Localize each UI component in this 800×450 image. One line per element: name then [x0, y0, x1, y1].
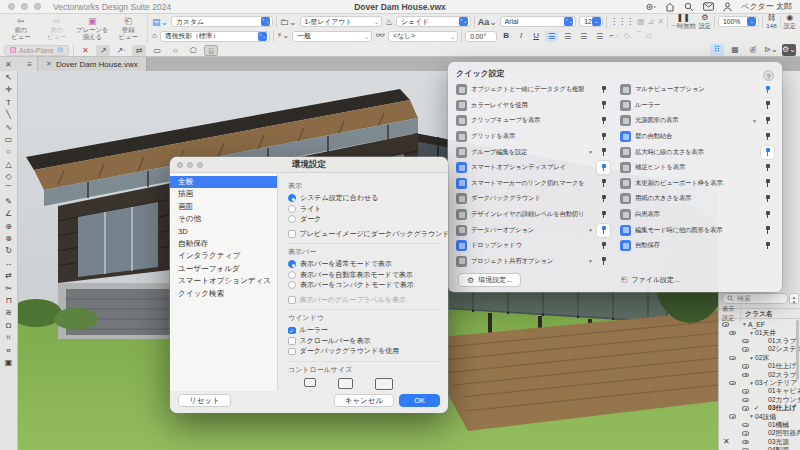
mirror-tool[interactable]: ↔: [2, 258, 16, 270]
category-item[interactable]: 画面: [170, 201, 277, 213]
mail-icon[interactable]: [703, 2, 714, 11]
class-remove-button[interactable]: ✕: [723, 437, 730, 446]
link-count-indicator[interactable]: ⛓148: [766, 14, 776, 29]
previous-view-button[interactable]: ⇦ 前の ビュー: [4, 16, 38, 40]
user-name[interactable]: ベクター 太郎: [741, 1, 792, 12]
quick-settings-button[interactable]: ⚙⌄: [782, 44, 796, 56]
projection-icon[interactable]: ⌂: [152, 30, 157, 42]
disclosure-triangle-icon[interactable]: ▼: [748, 380, 755, 386]
rectangle-tool[interactable]: ▭: [2, 134, 16, 146]
pin-button[interactable]: [761, 146, 774, 159]
align-left-button[interactable]: ☰: [545, 31, 558, 42]
multi-pane-icon[interactable]: ⠿: [710, 44, 724, 56]
quick-setting-row[interactable]: スマートマーカーのリンク切れマークを表示 ▼: [456, 176, 610, 192]
disable-snap-mode-icon[interactable]: ✕: [78, 45, 92, 56]
quick-setting-row[interactable]: ダークバックグラウンド ▼: [456, 191, 610, 207]
visibility-eye-icon[interactable]: [739, 346, 752, 353]
category-item[interactable]: ユーザーフォルダ: [170, 263, 277, 275]
render-settings-button[interactable]: ◉設定: [784, 14, 796, 29]
file-settings-button[interactable]: ⎗ ファイル設定...: [613, 273, 688, 287]
scroll-stepper[interactable]: ▲▼: [789, 293, 799, 304]
offset-tool[interactable]: ⊓: [2, 295, 16, 307]
visibility-eye-icon[interactable]: [726, 379, 739, 386]
pin-button[interactable]: [761, 161, 774, 174]
reset-button[interactable]: リセット: [178, 394, 231, 407]
pin-button[interactable]: [597, 208, 610, 221]
ok-button[interactable]: OK: [399, 394, 440, 407]
bold-button[interactable]: B: [500, 31, 512, 42]
pin-button[interactable]: [597, 130, 610, 143]
home-icon[interactable]: [665, 2, 675, 12]
category-item[interactable]: 3D: [170, 226, 277, 238]
quick-setting-row[interactable]: スマートオプションディスプレイ ▼: [456, 160, 610, 176]
chevron-down-icon[interactable]: ▼: [588, 227, 593, 233]
symbol-tool[interactable]: ¤: [2, 345, 16, 357]
cancel-button[interactable]: キャンセル: [334, 394, 394, 407]
category-item[interactable]: クイック検索: [170, 288, 277, 300]
snap-off-icon[interactable]: ✕: [657, 16, 664, 28]
tab-close-icon[interactable]: ✕: [46, 60, 52, 68]
slash-mode-icon[interactable]: ⁄.: [617, 30, 621, 42]
pin-button[interactable]: [597, 224, 610, 237]
gear-menu-icon[interactable]: [645, 2, 656, 12]
constrain-icon[interactable]: ▦: [637, 16, 645, 28]
class-filter-select[interactable]: <なし>⌄: [388, 31, 458, 42]
pin-button[interactable]: [597, 161, 610, 174]
text-tool[interactable]: T: [2, 97, 16, 109]
quick-setting-row[interactable]: 壁の自動結合 ▼: [620, 129, 774, 145]
visibility-eye-icon[interactable]: [739, 388, 752, 395]
italic-button[interactable]: I: [515, 31, 527, 42]
category-item[interactable]: インタラクティブ: [170, 250, 277, 262]
line-style-icon[interactable]: ⚡⌄: [277, 30, 289, 42]
pane-layout-icon[interactable]: ▦: [728, 44, 742, 56]
pin-button[interactable]: [761, 83, 774, 96]
triangle-tool[interactable]: △: [2, 159, 16, 171]
quick-setting-row[interactable]: ルーラー ▼: [620, 98, 774, 114]
freehand-tool[interactable]: ∿: [2, 122, 16, 134]
visibility-eye-icon[interactable]: [739, 363, 752, 370]
class-search-field[interactable]: 検索: [722, 293, 788, 304]
document-tab[interactable]: ✕ Dover Dam House.vwx: [38, 57, 147, 71]
visibility-eye-icon[interactable]: [739, 337, 752, 344]
quick-setting-row[interactable]: 用紙の大きさを表示 ▼: [620, 191, 774, 207]
disclosure-triangle-icon[interactable]: ▼: [748, 413, 755, 419]
quick-setting-row[interactable]: 自動保存 ▼: [620, 238, 774, 254]
render-style-icon[interactable]: ♨: [385, 16, 393, 28]
quick-setting-row[interactable]: グループ編集を設定 ▼: [456, 144, 610, 160]
pin-button[interactable]: [597, 146, 610, 159]
lasso-mode-icon[interactable]: ○: [168, 45, 182, 56]
projection-select[interactable]: 透視投影（標準）⌃⌄: [160, 31, 270, 42]
visibility-eye-icon[interactable]: [739, 371, 752, 378]
chevron-down-icon[interactable]: ▼: [588, 149, 593, 155]
category-item[interactable]: その他: [170, 213, 277, 225]
pin-button[interactable]: [761, 239, 774, 252]
option-row[interactable]: 表示バーをコンパクトモードで表示: [288, 280, 440, 291]
option-row[interactable]: ルーラー: [288, 325, 440, 336]
pin-button[interactable]: [761, 224, 774, 237]
visibility-eye-icon[interactable]: [726, 354, 739, 361]
move-mode-icon[interactable]: ⇄: [132, 45, 146, 56]
grid-tool[interactable]: ⌗: [2, 332, 16, 344]
auto-plane-toggle[interactable]: Auto-Plane▤: [4, 45, 69, 56]
option-row[interactable]: スクロールバーを表示: [288, 336, 440, 347]
pin-button[interactable]: [597, 83, 610, 96]
circle-tool[interactable]: ○: [2, 146, 16, 158]
layout-select[interactable]: 1-壁レイアウト⌄: [300, 16, 382, 27]
text-style-icon[interactable]: Aa⌄: [478, 16, 497, 28]
pin-button[interactable]: [761, 99, 774, 112]
align-plane-button[interactable]: ▣ プレーンを 揃える: [76, 16, 110, 40]
quick-setting-row[interactable]: オブジェクトと一緒にデータタグも複製 ▼: [456, 82, 610, 98]
visibility-eye-icon[interactable]: [726, 413, 739, 420]
category-item[interactable]: 描画: [170, 188, 277, 200]
option-row[interactable]: 表示バーを自動非表示モードで表示: [288, 270, 440, 281]
zoom-window-button[interactable]: [34, 3, 41, 10]
pin-button[interactable]: [761, 177, 774, 190]
quick-setting-row[interactable]: デザインレイヤの詳細レベルを自動切り替え ▼: [456, 207, 610, 223]
disclosure-triangle-icon[interactable]: ▼: [748, 355, 755, 361]
pan-tool[interactable]: ✛: [2, 84, 16, 96]
class-name-column-header[interactable]: クラス名: [741, 309, 773, 319]
underline-button[interactable]: U: [530, 31, 542, 42]
visibility-eye-icon[interactable]: [739, 421, 752, 428]
visibility-eye-icon[interactable]: [739, 396, 752, 403]
disclosure-triangle-icon[interactable]: ▼: [748, 330, 755, 336]
